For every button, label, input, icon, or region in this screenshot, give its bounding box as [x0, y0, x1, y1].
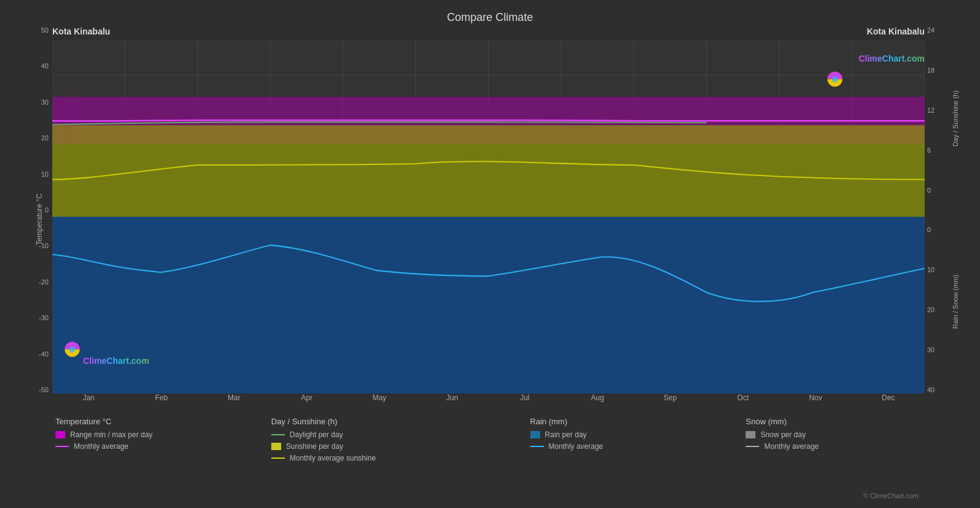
location-bar: Kota Kinabalu Kota Kinabalu: [52, 26, 925, 40]
legend-swatch-temp-range: [55, 431, 65, 438]
x-label-nov: Nov: [779, 393, 852, 412]
y-axis-right: 24 18 12 6 0 0 10 20 30 40 Day / Sunshin…: [925, 26, 968, 412]
y-right-ticks: 24 18 12 6 0 0 10 20 30 40: [925, 26, 946, 412]
x-label-may: May: [343, 393, 416, 412]
legend-snow: Snow (mm) Snow per day Monthly average: [746, 417, 962, 492]
legend-line-snow-avg: [746, 446, 759, 447]
legend-line-sunshine-avg: [271, 458, 285, 459]
legend-line-rain-avg: [530, 446, 544, 447]
svg-point-43: [832, 76, 838, 82]
location-label-left: Kota Kinabalu: [52, 26, 110, 36]
legend-item-temp-range: Range min / max per day: [55, 430, 271, 439]
legend-item-sunshine-avg: Monthly average sunshine: [271, 454, 530, 462]
y-right-sunshine-label: Day / Sunshine (h): [946, 26, 965, 210]
x-label-feb: Feb: [125, 393, 197, 412]
legend-item-daylight: Daylight per day: [271, 430, 530, 439]
legend-swatch-rain: [530, 431, 540, 438]
legend-item-temp-avg: Monthly average: [55, 442, 271, 451]
x-label-jul: Jul: [488, 393, 561, 412]
svg-rect-28: [52, 125, 925, 217]
legend-line-daylight: [271, 434, 285, 435]
legend-rain: Rain (mm) Rain per day Monthly average: [530, 417, 746, 492]
chart-title: Compare Climate: [12, 6, 968, 26]
page-container: Compare Climate Temperature °C 50 40 30 …: [0, 0, 980, 508]
x-label-apr: Apr: [271, 393, 343, 412]
main-chart-svg: [52, 40, 925, 393]
legend-sunshine: Day / Sunshine (h) Daylight per day Suns…: [271, 417, 530, 492]
legend-item-rain-avg: Monthly average: [530, 442, 746, 451]
x-label-sep: Sep: [634, 393, 706, 412]
x-label-aug: Aug: [561, 393, 634, 412]
y-axis-left: Temperature °C 50 40 30 20 10 0 -10 -20 …: [12, 26, 52, 412]
legend-title-rain: Rain (mm): [530, 417, 746, 426]
chart-plot-area: Kota Kinabalu Kota Kinabalu: [52, 26, 925, 412]
legend-item-snow-avg: Monthly average: [746, 442, 962, 451]
brand-logo-top: ClimeChart.com: [859, 54, 925, 63]
legend-title-temperature: Temperature °C: [55, 417, 271, 426]
y-right-labels: Day / Sunshine (h) Rain / Snow (mm): [946, 26, 965, 412]
x-label-oct: Oct: [707, 393, 779, 412]
legend-line-temp-avg: [55, 446, 69, 447]
svg-point-41: [69, 346, 75, 352]
legend-item-snow-day: Snow per day: [746, 430, 962, 439]
legend-swatch-sunshine: [271, 443, 281, 450]
x-label-dec: Dec: [852, 393, 925, 412]
svg-rect-31: [52, 217, 925, 393]
x-axis: Jan Feb Mar Apr May Jun Jul Aug Sep Oct …: [52, 393, 925, 412]
legend-item-sunshine: Sunshine per day: [271, 442, 530, 451]
x-label-jan: Jan: [52, 393, 125, 412]
legend-item-rain-day: Rain per day: [530, 430, 746, 439]
chart-svg-container: ClimeChart.com ClimeChart.com: [52, 40, 925, 393]
x-label-mar: Mar: [197, 393, 270, 412]
copyright: © ClimeChart.com: [12, 492, 968, 502]
location-label-right: Kota Kinabalu: [867, 26, 925, 36]
brand-logo-bottom: ClimeChart.com: [83, 356, 149, 366]
legend-title-sunshine: Day / Sunshine (h): [271, 417, 530, 426]
legend-title-snow: Snow (mm): [746, 417, 962, 426]
y-left-label: Temperature °C: [35, 193, 44, 245]
legend-swatch-snow: [746, 431, 755, 438]
y-right-rain-label: Rain / Snow (mm): [946, 210, 965, 393]
legend-area: Temperature °C Range min / max per day M…: [12, 412, 968, 492]
x-label-jun: Jun: [416, 393, 488, 412]
legend-temperature: Temperature °C Range min / max per day M…: [55, 417, 271, 492]
